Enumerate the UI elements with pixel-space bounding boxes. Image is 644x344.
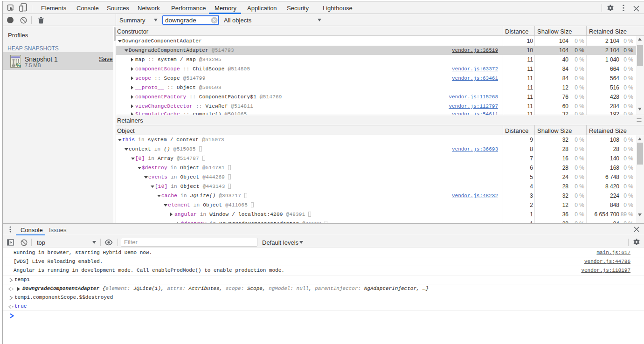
- svg-text:%: %: [16, 62, 21, 68]
